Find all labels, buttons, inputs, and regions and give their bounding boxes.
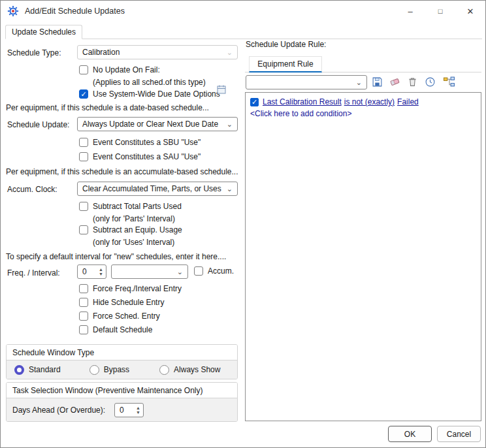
accum-row: Accum. [194, 266, 234, 276]
sau-use-row: Event Constitutes a SAU "Use" [79, 152, 201, 161]
maximize-icon[interactable]: □ [425, 1, 455, 22]
hide-schedule-row: Hide Schedule Entry [79, 298, 164, 307]
force-freq-row: Force Freq./Interval Entry [79, 284, 182, 293]
schedule-update-label: Schedule Update: [7, 120, 69, 129]
tab-update-schedules[interactable]: Update Schedules [5, 25, 82, 39]
chevron-down-icon: ⌄ [177, 268, 183, 276]
accumulate-based-note: Per equipment, if this schedule is an ac… [6, 167, 238, 176]
system-wide-due-date-row: Use System-Wide Due Date Options [79, 89, 220, 99]
hide-schedule-checkbox[interactable] [79, 298, 88, 307]
force-sched-checkbox[interactable] [79, 312, 88, 321]
calendar-icon[interactable] [216, 84, 227, 95]
schedule-window-type-title: Schedule Window Type [7, 345, 237, 360]
task-selection-title: Task Selection Window (Preventive Mainte… [7, 383, 237, 398]
rule-condition-row: Last Calibration Resultis not (exactly)F… [250, 97, 476, 106]
interval-note: To specify a default interval for "new" … [6, 252, 226, 261]
system-wide-due-date-checkbox[interactable] [79, 89, 88, 99]
freq-interval-label: Freq. / Interval: [7, 268, 60, 278]
chevron-down-icon: ⌄ [227, 185, 233, 193]
sbu-use-checkbox[interactable] [79, 138, 88, 147]
default-schedule-checkbox[interactable] [79, 325, 88, 334]
subtract-usage-checkbox[interactable] [79, 225, 88, 234]
no-update-on-fail-checkbox[interactable] [79, 65, 88, 74]
radio-always-show-row: Always Show [159, 365, 220, 375]
force-sched-label: Force Sched. Entry [93, 312, 160, 321]
subtract-usage-note: (only for 'Uses' Interval) [93, 238, 174, 247]
schedule-type-select[interactable]: Calibration ⌄ [77, 45, 238, 59]
freq-interval-value: 0 [78, 265, 96, 278]
rule-conditions-area[interactable]: Last Calibration Resultis not (exactly)F… [245, 92, 481, 421]
freq-interval-unit-select[interactable]: ⌄ [111, 264, 188, 279]
subtract-parts-label: Subtract Total Parts Used [93, 202, 182, 211]
subtract-parts-note: (only for 'Parts' Interval) [93, 214, 175, 223]
accum-checkbox[interactable] [194, 266, 203, 276]
accum-clock-label: Accum. Clock: [7, 185, 57, 194]
schedule-type-label: Schedule Type: [7, 48, 61, 57]
subtract-usage-row: Subtract an Equip. Usage [79, 225, 182, 234]
cancel-button[interactable]: Cancel [437, 426, 481, 442]
radio-standard[interactable] [14, 365, 24, 375]
hide-schedule-label: Hide Schedule Entry [93, 298, 164, 307]
accum-clock-select[interactable]: Clear Accumulated Time, Parts, or Uses ⌄ [77, 182, 238, 196]
schedule-update-rule-title: Schedule Update Rule: [246, 40, 326, 49]
days-ahead-label: Days Ahead (Or Overdue): [12, 406, 105, 415]
minimize-icon[interactable]: – [395, 1, 425, 22]
ok-button[interactable]: OK [388, 426, 432, 442]
schedule-type-value: Calibration [82, 48, 120, 57]
rule-preset-select[interactable]: ⌄ [246, 75, 367, 89]
title-bar: Add/Edit Schedule Updates – □ ✕ [1, 1, 485, 22]
radio-standard-row: Standard [14, 365, 61, 375]
system-wide-due-date-label: Use System-Wide Due Date Options [93, 89, 220, 99]
window-title: Add/Edit Schedule Updates [25, 7, 125, 16]
no-update-on-fail-label: No Update On Fail: [93, 65, 160, 74]
delete-icon[interactable] [406, 75, 419, 88]
schedule-window-type-group: Schedule Window Type Standard Bypass Alw… [6, 344, 238, 379]
clock-icon[interactable] [423, 75, 436, 88]
sbu-use-label: Event Constitutes a SBU "Use" [93, 138, 201, 147]
default-schedule-row: Default Schedule [79, 325, 152, 334]
task-selection-group: Task Selection Window (Preventive Mainte… [6, 382, 238, 422]
sau-use-checkbox[interactable] [79, 152, 88, 161]
schedule-update-value: Always Update or Clear Next Due Date [82, 120, 218, 129]
freq-interval-stepper[interactable]: 0 ▲▼ [77, 264, 106, 279]
chevron-down-icon: ⌄ [227, 49, 233, 56]
add-condition-link[interactable]: <Click here to add condition> [250, 109, 476, 118]
force-freq-label: Force Freq./Interval Entry [93, 284, 182, 293]
sau-use-label: Event Constitutes a SAU "Use" [93, 152, 201, 161]
chevron-down-icon: ⌄ [227, 121, 233, 128]
app-icon [7, 5, 19, 17]
days-ahead-stepper[interactable]: 0 ▲▼ [114, 403, 144, 417]
rule-field-link[interactable]: Last Calibration Resultis not (exactly)F… [263, 97, 421, 106]
chevron-down-icon: ⌄ [356, 79, 362, 86]
radio-bypass[interactable] [89, 365, 99, 375]
stepper-arrows-icon[interactable]: ▲▼ [96, 265, 106, 278]
rule-condition-checkbox[interactable] [250, 98, 259, 106]
stepper-arrows-icon[interactable]: ▲▼ [133, 404, 143, 417]
close-icon[interactable]: ✕ [455, 1, 485, 22]
default-schedule-label: Default Schedule [93, 325, 152, 334]
force-freq-checkbox[interactable] [79, 284, 88, 293]
days-ahead-value: 0 [115, 404, 133, 417]
subtract-parts-row: Subtract Total Parts Used [79, 202, 182, 211]
radio-always-show[interactable] [159, 365, 169, 375]
date-based-note: Per equipment, if this schedule is a dat… [6, 103, 209, 112]
subtract-parts-checkbox[interactable] [79, 202, 88, 211]
accum-clock-value: Clear Accumulated Time, Parts, or Uses [82, 184, 221, 193]
rule-wizard-icon[interactable] [441, 75, 458, 88]
radio-bypass-row: Bypass [89, 365, 129, 375]
eraser-icon[interactable] [388, 75, 401, 88]
tab-equipment-rule[interactable]: Equipment Rule [249, 56, 322, 72]
sbu-use-row: Event Constitutes a SBU "Use" [79, 138, 201, 147]
add-edit-schedule-updates-dialog: Add/Edit Schedule Updates – □ ✕ Update S… [0, 0, 486, 448]
schedule-update-select[interactable]: Always Update or Clear Next Due Date ⌄ [77, 117, 238, 131]
task-selection-body: Days Ahead (Or Overdue): 0 ▲▼ [7, 398, 237, 421]
accum-label: Accum. [208, 266, 234, 276]
rule-tab-strip: Equipment Rule [245, 56, 481, 72]
radio-standard-label: Standard [29, 365, 61, 374]
force-sched-row: Force Sched. Entry [79, 312, 160, 321]
save-icon[interactable] [370, 75, 383, 88]
subtract-usage-label: Subtract an Equip. Usage [93, 225, 182, 234]
no-update-on-fail-note: (Applies to all sched.of this type) [93, 78, 206, 87]
radio-bypass-label: Bypass [104, 365, 129, 374]
radio-always-show-label: Always Show [174, 365, 220, 374]
